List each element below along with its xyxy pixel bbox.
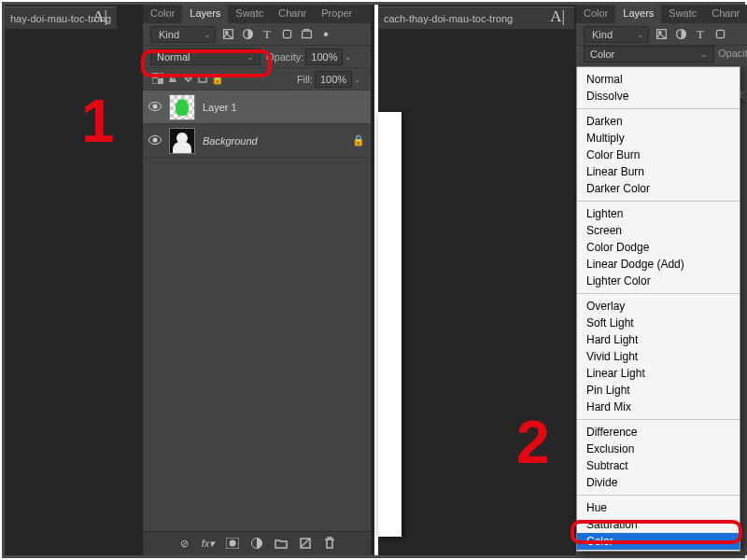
blend-option-multiply[interactable]: Multiply xyxy=(577,130,740,147)
blend-option-overlay[interactable]: Overlay xyxy=(577,298,740,315)
blend-option-screen[interactable]: Screen xyxy=(577,222,740,239)
blend-option-color-dodge[interactable]: Color Dodge xyxy=(577,239,740,256)
layer-name[interactable]: Background xyxy=(203,135,258,147)
blend-mode-select[interactable]: Color ⌄ xyxy=(584,46,714,63)
chevron-down-icon: ⌄ xyxy=(637,30,644,39)
tab-channels[interactable]: Chanr xyxy=(704,5,747,23)
filter-adjust-icon[interactable] xyxy=(673,27,688,42)
tab-color[interactable]: Color xyxy=(576,5,615,23)
svg-point-12 xyxy=(153,104,158,108)
filter-adjust-icon[interactable] xyxy=(240,27,255,42)
visibility-toggle[interactable] xyxy=(148,102,162,113)
svg-point-3 xyxy=(225,32,227,34)
fx-icon[interactable]: fx▾ xyxy=(201,538,216,550)
layers-bottom-bar: ⊘ fx▾ xyxy=(143,531,371,555)
tab-swatches[interactable]: Swatc xyxy=(228,5,271,23)
blend-option-divide[interactable]: Divide xyxy=(577,474,740,491)
blend-option-color-burn[interactable]: Color Burn xyxy=(577,147,740,163)
blend-option-luminosity[interactable]: Luminosity xyxy=(577,550,740,552)
blend-option-hard-mix[interactable]: Hard Mix xyxy=(577,399,740,415)
lock-icon[interactable]: 🔒 xyxy=(352,134,365,147)
svg-rect-24 xyxy=(716,30,724,37)
filter-kind-select[interactable]: Kind ⌄ xyxy=(150,26,216,43)
mask-icon[interactable] xyxy=(225,538,240,551)
filter-type-icon[interactable]: T xyxy=(260,27,275,42)
doc-tab[interactable]: cach-thay-doi-mau-toc-trong A| xyxy=(378,7,574,29)
annotation-step-2: 2 xyxy=(516,408,550,477)
layer-row[interactable]: Background 🔒 xyxy=(143,124,371,158)
blend-option-vivid-light[interactable]: Vivid Light xyxy=(577,348,740,365)
new-layer-icon[interactable] xyxy=(298,538,313,551)
blend-mode-dropdown[interactable]: Normal Dissolve Darken Multiply Color Bu… xyxy=(576,66,740,552)
tab-color[interactable]: Color xyxy=(143,5,182,23)
blend-option-linear-light[interactable]: Linear Light xyxy=(577,365,740,382)
doc-tab-title: cach-thay-doi-mau-toc-trong xyxy=(384,13,513,24)
layer-thumbnail[interactable] xyxy=(169,128,195,154)
cursor-indicator: A| xyxy=(550,7,565,26)
tab-swatches[interactable]: Swatc xyxy=(661,5,704,23)
visibility-toggle[interactable] xyxy=(148,135,162,147)
chevron-down-icon[interactable]: ⌄ xyxy=(352,75,363,84)
filter-kind-label: Kind xyxy=(592,29,613,40)
layer-filter-row: Kind ⌄ T • xyxy=(143,23,371,46)
tab-layers[interactable]: Layers xyxy=(615,5,661,23)
canvas-edge xyxy=(378,112,402,537)
layer-thumbnail[interactable] xyxy=(169,94,195,120)
annotation-highlight-1 xyxy=(141,49,272,77)
link-layers-icon[interactable]: ⊘ xyxy=(176,538,191,550)
blend-option-linear-burn[interactable]: Linear Burn xyxy=(577,163,740,180)
blend-mode-value: Color xyxy=(590,49,614,60)
trash-icon[interactable] xyxy=(322,537,337,552)
cursor-indicator: A| xyxy=(92,7,107,26)
blend-option-soft-light[interactable]: Soft Light xyxy=(577,315,740,331)
blend-option-normal[interactable]: Normal xyxy=(577,71,740,88)
chevron-down-icon: ⌄ xyxy=(700,49,708,59)
filter-dot-icon[interactable]: • xyxy=(318,27,333,42)
doc-tab[interactable]: hay-doi-mau-toc-trong A| xyxy=(5,7,117,29)
blend-option-exclusion[interactable]: Exclusion xyxy=(577,441,740,457)
svg-rect-6 xyxy=(302,31,311,37)
filter-shape-icon[interactable] xyxy=(279,27,294,42)
left-screenshot: hay-doi-mau-toc-trong A| Color Layers Sw… xyxy=(5,5,374,555)
chevron-down-icon[interactable]: ⌄ xyxy=(343,52,354,62)
svg-point-14 xyxy=(153,137,158,142)
blend-option-pin-light[interactable]: Pin Light xyxy=(577,382,740,399)
annotation-step-1: 1 xyxy=(81,87,115,156)
blend-option-darker-color[interactable]: Darker Color xyxy=(577,180,740,197)
filter-shape-icon[interactable] xyxy=(712,27,727,42)
blend-option-lighter-color[interactable]: Lighter Color xyxy=(577,273,740,289)
filter-smart-icon[interactable] xyxy=(299,27,314,42)
opacity-label: Opacity: xyxy=(718,48,747,59)
right-screenshot: cach-thay-doi-mau-toc-trong A| Color Lay… xyxy=(378,5,747,555)
layer-row[interactable]: Layer 1 xyxy=(143,91,371,124)
blend-option-darken[interactable]: Darken xyxy=(577,113,740,130)
opacity-value[interactable]: 100% xyxy=(305,49,343,65)
layer-filter-row: Kind ⌄ T xyxy=(576,23,747,46)
blend-option-subtract[interactable]: Subtract xyxy=(577,457,740,474)
panel-tab-strip: Color Layers Swatc Chanr Pro xyxy=(576,5,747,23)
filter-kind-label: Kind xyxy=(159,29,179,40)
annotation-highlight-2 xyxy=(571,520,742,544)
blend-option-hard-light[interactable]: Hard Light xyxy=(577,331,740,348)
fill-value[interactable]: 100% xyxy=(315,71,352,88)
blend-option-lighten[interactable]: Lighten xyxy=(577,205,740,222)
tab-properties[interactable]: Proper xyxy=(314,5,359,23)
layer-name[interactable]: Layer 1 xyxy=(203,102,237,113)
panel-tab-strip: Color Layers Swatc Chanr Proper xyxy=(143,5,371,23)
chevron-down-icon: ⌄ xyxy=(204,30,211,39)
blend-option-difference[interactable]: Difference xyxy=(577,424,740,441)
svg-point-22 xyxy=(658,32,660,34)
filter-type-icon[interactable]: T xyxy=(693,27,708,42)
filter-image-icon[interactable] xyxy=(220,27,235,42)
group-icon[interactable] xyxy=(274,538,289,551)
tab-channels[interactable]: Chanr xyxy=(271,5,314,23)
tab-layers[interactable]: Layers xyxy=(182,5,228,23)
svg-rect-5 xyxy=(283,30,290,37)
adjustment-layer-icon[interactable] xyxy=(249,538,264,551)
filter-kind-select[interactable]: Kind ⌄ xyxy=(584,26,649,43)
blend-option-dissolve[interactable]: Dissolve xyxy=(577,88,740,105)
blend-option-hue[interactable]: Hue xyxy=(577,499,740,516)
filter-image-icon[interactable] xyxy=(654,27,669,42)
blend-option-linear-dodge[interactable]: Linear Dodge (Add) xyxy=(577,256,740,273)
layer-list: Layer 1 Background 🔒 xyxy=(143,91,371,158)
